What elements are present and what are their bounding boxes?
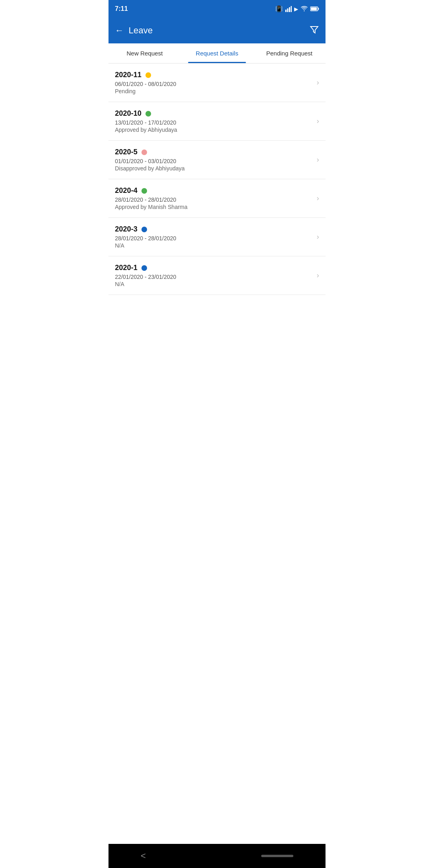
svg-rect-1 [287, 8, 289, 12]
svg-rect-5 [318, 8, 319, 10]
item-date: 28/01/2020 - 28/01/2020 [115, 235, 313, 242]
system-back-button[interactable]: < [141, 851, 146, 861]
status-dot [141, 265, 147, 271]
svg-rect-2 [289, 7, 290, 12]
app-header: ← Leave [108, 18, 326, 43]
item-title-row: 2020-4 [115, 186, 313, 195]
item-id: 2020-1 [115, 264, 137, 272]
tab-pending-request[interactable]: Pending Request [253, 43, 326, 63]
svg-rect-3 [291, 6, 292, 12]
list-item[interactable]: 2020-11 06/01/2020 - 08/01/2020 Pending … [108, 63, 326, 102]
status-dot [141, 227, 147, 232]
battery-icon [310, 6, 319, 11]
item-date: 01/01/2020 - 03/01/2020 [115, 158, 313, 164]
list-item[interactable]: 2020-1 22/01/2020 - 23/01/2020 N/A › [108, 256, 326, 295]
ai-icon: ▶ [294, 6, 298, 12]
item-status-text: N/A [115, 281, 313, 287]
header-left: ← Leave [115, 25, 153, 36]
tab-bar: New Request Request Details Pending Requ… [108, 43, 326, 63]
svg-rect-6 [311, 8, 317, 10]
chevron-right-icon: › [317, 156, 319, 164]
item-title-row: 2020-5 [115, 148, 313, 156]
item-id: 2020-3 [115, 225, 137, 233]
list-item-content: 2020-3 28/01/2020 - 28/01/2020 N/A [115, 225, 313, 249]
item-id: 2020-10 [115, 109, 141, 118]
chevron-right-icon: › [317, 233, 319, 241]
status-dot [141, 188, 147, 194]
svg-rect-0 [285, 10, 287, 12]
tab-request-details[interactable]: Request Details [181, 43, 253, 63]
svg-marker-7 [311, 27, 318, 33]
list-item-content: 2020-1 22/01/2020 - 23/01/2020 N/A [115, 264, 313, 287]
item-status-text: Pending [115, 88, 313, 94]
item-date: 22/01/2020 - 23/01/2020 [115, 274, 313, 280]
vibrate-icon: 📳 [275, 5, 283, 12]
item-id: 2020-4 [115, 186, 137, 195]
tab-new-request[interactable]: New Request [108, 43, 181, 63]
item-title-row: 2020-10 [115, 109, 313, 118]
item-title-row: 2020-1 [115, 264, 313, 272]
back-button[interactable]: ← [115, 25, 124, 36]
item-status-text: Disapproved by Abhiyudaya [115, 165, 313, 172]
header-title: Leave [129, 25, 153, 36]
list-item-content: 2020-10 13/01/2020 - 17/01/2020 Approved… [115, 109, 313, 133]
list-item[interactable]: 2020-5 01/01/2020 - 03/01/2020 Disapprov… [108, 141, 326, 179]
item-title-row: 2020-3 [115, 225, 313, 233]
bottom-navigation-bar: < [108, 844, 326, 868]
list-item[interactable]: 2020-3 28/01/2020 - 28/01/2020 N/A › [108, 218, 326, 256]
list-item-content: 2020-11 06/01/2020 - 08/01/2020 Pending [115, 71, 313, 94]
status-bar: 7:11 📳 ▶ [108, 0, 326, 18]
item-title-row: 2020-11 [115, 71, 313, 79]
status-dot [145, 111, 151, 117]
list-item[interactable]: 2020-10 13/01/2020 - 17/01/2020 Approved… [108, 102, 326, 141]
item-date: 13/01/2020 - 17/01/2020 [115, 119, 313, 126]
chevron-right-icon: › [317, 78, 319, 87]
item-date: 06/01/2020 - 08/01/2020 [115, 81, 313, 87]
status-dot [145, 72, 151, 78]
item-status-text: Approved by Abhiyudaya [115, 127, 313, 133]
list-item-content: 2020-5 01/01/2020 - 03/01/2020 Disapprov… [115, 148, 313, 172]
item-status-text: N/A [115, 242, 313, 249]
chevron-right-icon: › [317, 271, 319, 280]
home-pill[interactable] [261, 855, 293, 857]
item-date: 28/01/2020 - 28/01/2020 [115, 197, 313, 203]
signal-icon [285, 6, 292, 12]
chevron-right-icon: › [317, 194, 319, 203]
wifi-icon [301, 6, 308, 12]
status-dot [141, 149, 147, 155]
list-item-content: 2020-4 28/01/2020 - 28/01/2020 Approved … [115, 186, 313, 210]
item-status-text: Approved by Manish Sharma [115, 204, 313, 210]
request-list: 2020-11 06/01/2020 - 08/01/2020 Pending … [108, 63, 326, 844]
item-id: 2020-5 [115, 148, 137, 156]
status-time: 7:11 [115, 5, 128, 12]
item-id: 2020-11 [115, 71, 141, 79]
filter-icon[interactable] [309, 25, 319, 37]
status-icons: 📳 ▶ [275, 5, 319, 12]
list-item[interactable]: 2020-4 28/01/2020 - 28/01/2020 Approved … [108, 179, 326, 218]
chevron-right-icon: › [317, 117, 319, 125]
